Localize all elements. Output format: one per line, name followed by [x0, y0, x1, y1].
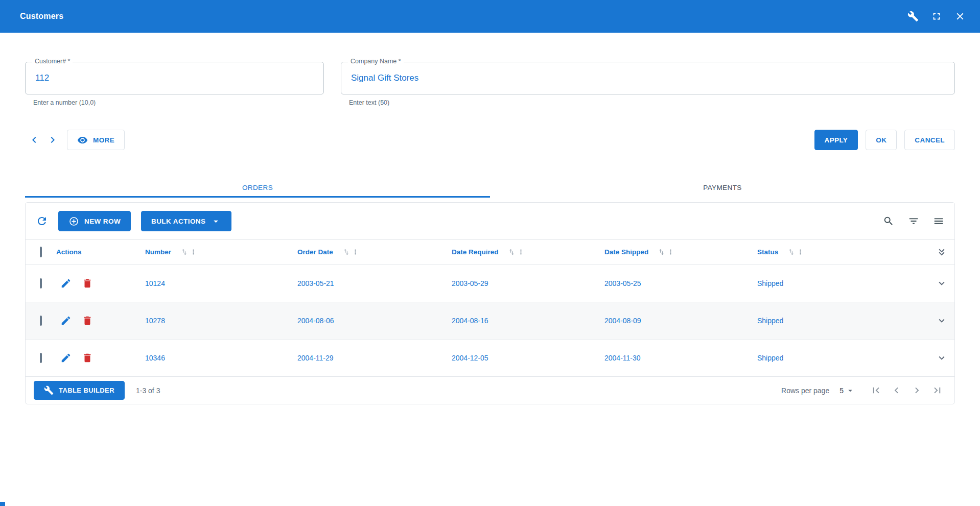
edit-icon[interactable]	[60, 278, 72, 289]
sort-icon[interactable]	[180, 248, 188, 256]
column-header-date-shipped[interactable]: Date Shipped	[604, 248, 757, 256]
apply-button[interactable]: APPLY	[814, 130, 858, 150]
column-header-order-date[interactable]: Order Date	[297, 248, 452, 256]
last-page-button[interactable]	[931, 384, 943, 396]
expand-row-icon[interactable]	[936, 315, 954, 326]
cancel-button[interactable]: CANCEL	[904, 130, 955, 150]
sort-icon[interactable]	[787, 248, 795, 256]
add-circle-icon	[68, 216, 79, 227]
column-menu-icon[interactable]	[797, 248, 804, 256]
sort-icon[interactable]	[508, 248, 516, 256]
new-row-button-label: NEW ROW	[84, 218, 121, 225]
search-icon[interactable]	[883, 215, 894, 227]
refresh-icon[interactable]	[36, 215, 48, 227]
table-builder-button[interactable]: TABLE BUILDER	[34, 381, 125, 400]
select-all-checkbox[interactable]	[40, 247, 42, 257]
expand-row-icon[interactable]	[936, 352, 954, 364]
rows-per-page-select[interactable]: 5	[839, 386, 855, 395]
customer-form: Customer# * 112 Enter a number (10,0) Co…	[25, 62, 955, 106]
cell-date-required: 2004-12-05	[452, 354, 604, 362]
table-row: 10346 2004-11-29 2004-12-05 2004-11-30 S…	[26, 339, 954, 376]
column-header-status[interactable]: Status	[757, 248, 936, 256]
tab-orders[interactable]: ORDERS	[25, 179, 490, 198]
delete-icon[interactable]	[82, 315, 93, 326]
sort-icon[interactable]	[658, 248, 665, 256]
more-button[interactable]: MORE	[67, 130, 125, 150]
window-header: Customers	[0, 0, 980, 33]
bulk-actions-button-label: BULK ACTIONS	[151, 218, 205, 225]
column-menu-icon[interactable]	[517, 248, 525, 256]
bulk-actions-button[interactable]: BULK ACTIONS	[141, 211, 231, 231]
expand-all-icon[interactable]	[936, 247, 954, 258]
row-range-label: 1-3 of 3	[136, 387, 160, 395]
next-record-button[interactable]	[43, 131, 62, 149]
table-row: 10278 2004-08-06 2004-08-16 2004-08-09 S…	[26, 302, 954, 339]
table-footer: TABLE BUILDER 1-3 of 3 Rows per page 5	[26, 376, 954, 404]
column-header-number[interactable]: Number	[145, 248, 297, 256]
row-checkbox[interactable]	[40, 316, 42, 326]
cell-order-date: 2004-08-06	[297, 317, 452, 325]
cell-order-date: 2004-11-29	[297, 354, 452, 362]
fullscreen-icon[interactable]	[931, 11, 942, 22]
cell-status: Shipped	[757, 279, 936, 287]
delete-icon[interactable]	[82, 278, 93, 289]
prev-page-button[interactable]	[891, 384, 902, 396]
cell-date-shipped: 2003-05-25	[604, 279, 757, 287]
more-button-label: MORE	[93, 136, 114, 144]
cell-date-shipped: 2004-08-09	[604, 317, 757, 325]
table-row: 10124 2003-05-21 2003-05-29 2003-05-25 S…	[26, 264, 954, 302]
row-checkbox[interactable]	[40, 278, 42, 288]
cell-status: Shipped	[757, 354, 936, 362]
cell-date-shipped: 2004-11-30	[604, 354, 757, 362]
cell-number[interactable]: 10278	[145, 317, 297, 325]
table-menu-icon[interactable]	[933, 215, 944, 227]
first-page-button[interactable]	[870, 384, 882, 396]
close-icon[interactable]	[954, 11, 966, 22]
company-name-field[interactable]: Company Name * Signal Gift Stores	[341, 62, 955, 94]
edit-icon[interactable]	[60, 315, 72, 326]
expand-row-icon[interactable]	[936, 278, 954, 289]
cell-number[interactable]: 10346	[145, 354, 297, 362]
detail-tabs: ORDERS PAYMENTS	[25, 179, 955, 198]
next-page-button[interactable]	[911, 384, 923, 396]
table-toolbar: NEW ROW BULK ACTIONS	[26, 203, 954, 239]
caret-down-icon	[211, 216, 221, 227]
ok-button[interactable]: OK	[866, 130, 897, 150]
company-name-helper: Enter text (50)	[341, 99, 955, 106]
column-menu-icon[interactable]	[190, 248, 197, 256]
sort-icon[interactable]	[342, 248, 350, 256]
tools-icon[interactable]	[907, 11, 919, 22]
rows-per-page-value: 5	[839, 387, 844, 395]
table-header-row: Actions Number Order Date Date Required …	[26, 239, 954, 264]
customer-number-value: 112	[35, 73, 49, 83]
column-menu-icon[interactable]	[352, 248, 359, 256]
bottom-left-accent	[0, 502, 5, 506]
column-header-actions: Actions	[56, 248, 145, 256]
column-menu-icon[interactable]	[667, 248, 674, 256]
window-title: Customers	[20, 12, 63, 21]
customer-number-field[interactable]: Customer# * 112	[25, 62, 324, 94]
customer-number-label: Customer# *	[32, 58, 73, 65]
caret-down-icon	[846, 386, 855, 395]
cell-status: Shipped	[757, 317, 936, 325]
new-row-button[interactable]: NEW ROW	[58, 211, 131, 231]
row-checkbox[interactable]	[40, 353, 42, 363]
eye-icon	[77, 135, 88, 146]
orders-table-panel: NEW ROW BULK ACTIONS Actions Number Orde…	[25, 202, 955, 404]
rows-per-page-label: Rows per page	[781, 387, 829, 395]
edit-icon[interactable]	[60, 352, 72, 364]
company-name-label: Company Name *	[348, 58, 404, 65]
tab-payments[interactable]: PAYMENTS	[490, 179, 955, 198]
delete-icon[interactable]	[82, 352, 93, 364]
column-header-date-required[interactable]: Date Required	[452, 248, 604, 256]
wrench-icon	[44, 385, 54, 395]
company-name-value: Signal Gift Stores	[351, 73, 418, 83]
cell-date-required: 2003-05-29	[452, 279, 604, 287]
customer-number-helper: Enter a number (10,0)	[25, 99, 324, 106]
cell-order-date: 2003-05-21	[297, 279, 452, 287]
filter-icon[interactable]	[908, 215, 919, 227]
table-builder-button-label: TABLE BUILDER	[59, 387, 114, 394]
cell-date-required: 2004-08-16	[452, 317, 604, 325]
cell-number[interactable]: 10124	[145, 279, 297, 287]
prev-record-button[interactable]	[25, 131, 43, 149]
